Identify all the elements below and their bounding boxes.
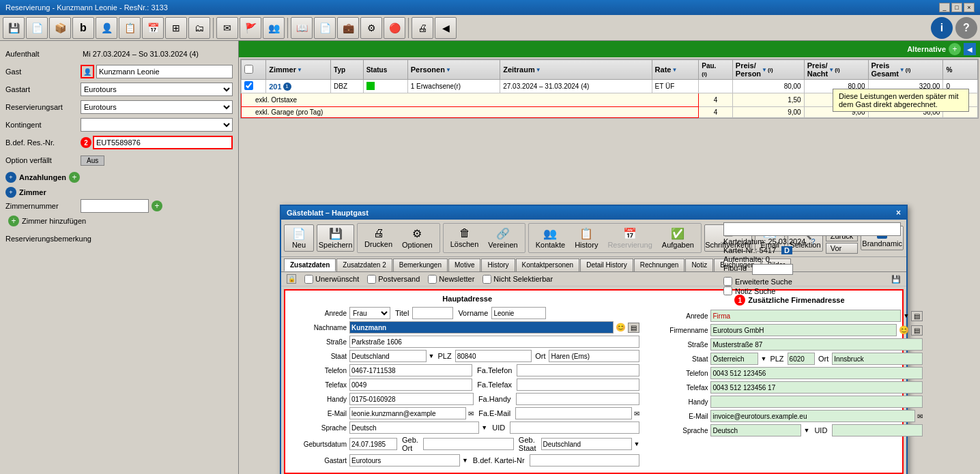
firma-sprache-input[interactable] [710,424,801,436]
tab-bemerkungen[interactable]: Bemerkungen [393,258,448,271]
settings-toolbar-btn[interactable]: ⚙ [360,17,382,39]
kontingent-dropdown[interactable] [81,118,233,132]
firmenname-input[interactable] [710,324,897,336]
minimize-button[interactable]: _ [939,3,950,12]
firma-staat-input[interactable] [710,353,758,365]
geburtsdatum-input[interactable] [349,438,397,450]
sprache-dropdown[interactable]: ▼ [481,424,487,431]
zimmernummer-add-btn[interactable]: + [152,201,162,211]
close-button[interactable]: × [964,3,975,12]
nachname-input[interactable] [349,321,614,334]
geb-ort-input[interactable] [423,438,514,450]
anzahlungen-toggle[interactable]: + [5,172,16,183]
loeschen-btn[interactable]: 🗑 Löschen [446,225,483,251]
aufgaben-btn[interactable]: ✅ Aufgaben [658,225,698,251]
grid-toolbar-btn[interactable]: ⊞ [165,17,187,39]
tab-kontaktpersonen[interactable]: Kontaktpersonen [516,258,580,271]
sprache-input[interactable] [349,421,479,434]
info-button[interactable]: i [931,17,953,39]
kontakte-btn[interactable]: 👥 Kontakte [532,225,569,251]
firma-uid-input[interactable] [832,424,923,436]
reservierungsart-select[interactable]: Eurotours [81,100,233,114]
alt-add-btn[interactable]: + [949,43,961,55]
dialog-close-btn[interactable]: × [896,208,901,218]
anrede-select[interactable]: Frau [349,307,390,319]
row-checkbox[interactable] [244,81,253,90]
tab-motive[interactable]: Motive [448,258,480,271]
reservierung-btn[interactable]: 📅 Reservierung [603,225,656,251]
firma-email-input[interactable] [710,410,915,422]
newsletter-cb[interactable] [428,275,437,284]
copy-icon[interactable]: ▤ [628,323,639,333]
ort-input[interactable] [549,350,639,362]
nicht-selektierbar-cb[interactable] [482,275,491,284]
uid-input[interactable] [510,421,639,434]
erweiterte-suche-option[interactable]: Erweiterte Suche [723,277,901,286]
calendar-toolbar-btn[interactable]: 📅 [142,17,164,39]
firma-smile-icon[interactable]: 😊 [899,325,909,335]
gastart-dropdown[interactable]: Eurotours [81,83,233,96]
notiz-suche-cb[interactable] [723,286,732,295]
smile-icon[interactable]: 😊 [616,323,626,332]
firma-staat-dropdown[interactable]: ▼ [760,355,766,362]
fa-email-input[interactable] [515,407,632,419]
save-toolbar-btn[interactable]: 💾 [3,17,25,39]
titel-input[interactable] [412,307,453,319]
unerwuenscht-cb[interactable] [304,275,313,284]
zimmer-hinzufuegen-btn[interactable]: + Zimmer hinzufügen [5,216,233,226]
anzahlungen-add-btn[interactable]: + [69,172,80,183]
window-controls[interactable]: _ □ × [939,3,975,12]
gast-value[interactable]: Kunzmann Leonie [96,65,233,78]
firma-strasse-input[interactable] [710,338,923,351]
preis-person-filter-icon[interactable]: ▼ [762,67,767,73]
erweiterte-suche-cb[interactable] [723,277,732,286]
flag-toolbar-btn[interactable]: 🚩 [240,17,261,39]
email-send-icon[interactable]: ✉ [468,410,474,417]
bdef-kartei-input[interactable] [530,454,640,466]
gastart-form-dropdown[interactable]: ▼ [462,457,468,464]
lock-icon[interactable]: 🔒 [287,274,296,284]
tab-zusatzdaten[interactable]: Zusatzdaten [284,258,336,271]
maximize-button[interactable]: □ [951,3,962,12]
firma-copy-icon2[interactable]: ▤ [911,325,923,336]
bold-toolbar-btn[interactable]: b [72,17,94,39]
print-toolbar-btn[interactable]: 🖨 [412,17,433,39]
drucken-btn[interactable]: 🖨 Drucken [360,225,397,251]
help-button[interactable]: ? [955,17,977,39]
envelope-toolbar-btn[interactable]: ✉ [216,17,238,39]
back-toolbar-btn[interactable]: ◀ [435,17,457,39]
alt-collapse-btn[interactable]: ◀ [964,43,976,55]
firma-telefax-input[interactable] [710,381,923,394]
firma-anrede-dropdown[interactable]: ▼ [903,312,909,319]
tab-history[interactable]: History [481,258,515,271]
group-toolbar-btn[interactable]: 👥 [263,17,285,39]
staat-input[interactable] [349,350,427,362]
briefcase-toolbar-btn[interactable]: 💼 [337,17,359,39]
optionen-btn[interactable]: ⚙ Optionen [398,225,437,251]
fa-telefax-input[interactable] [517,379,639,391]
search-input[interactable] [723,222,901,236]
guest-icon[interactable]: 👤 [81,65,94,78]
tab-rechnungen[interactable]: Rechnungen [634,258,685,271]
book-toolbar-btn[interactable]: 📖 [291,17,313,39]
vereinen-btn[interactable]: 🔗 Vereinen [484,225,521,251]
bdef-input[interactable] [93,136,233,149]
stop-toolbar-btn[interactable]: 🔴 [384,17,405,39]
reservierungsart-dropdown[interactable]: Eurotours [81,100,233,114]
firma-ort-input[interactable] [832,353,923,365]
doc-toolbar-btn[interactable]: 📄 [314,17,336,39]
firma-plz-input[interactable] [788,353,815,365]
preis-gesamt-filter-icon[interactable]: ▼ [899,67,905,73]
telefon-input[interactable] [349,364,472,376]
plz-input[interactable] [455,350,532,362]
row-cb-cell[interactable] [242,80,266,93]
rate-filter-icon[interactable]: ▼ [672,67,677,73]
geb-staat-input[interactable] [541,438,632,450]
tab-detail-history[interactable]: Detail History [580,258,633,271]
postversand-cb[interactable] [367,275,376,284]
preis-nacht-filter-icon[interactable]: ▼ [828,67,834,73]
personen-filter-icon[interactable]: ▼ [446,67,451,73]
app-toolbar-btn[interactable]: 📦 [49,17,71,39]
notiz-suche-option[interactable]: Notiz Suche [723,286,901,295]
history-btn[interactable]: 📋 History [571,225,602,251]
